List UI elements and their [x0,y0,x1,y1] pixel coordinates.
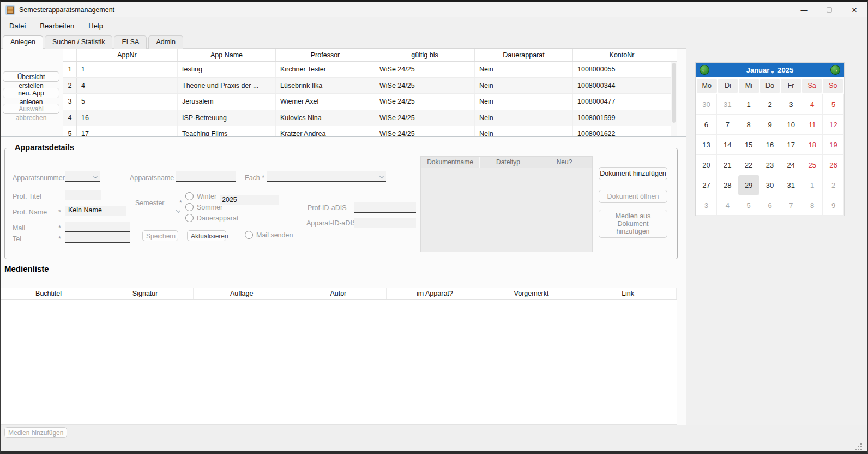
calendar-day[interactable]: 31 [780,175,801,195]
column-header-im-apparat[interactable]: im Apparat? [387,288,483,299]
minimize-button[interactable]: — [792,2,817,17]
calendar-day[interactable]: 5 [823,94,844,115]
calendar-day[interactable]: 15 [738,135,760,155]
sommer-checkbox[interactable] [185,203,194,211]
column-header-auflage[interactable]: Auflage [194,288,290,299]
calendar-day[interactable]: 30 [760,175,781,195]
neue-app-anlegen-button[interactable]: neu. App anlegen [3,88,59,98]
calendar-day[interactable]: 11 [801,115,823,135]
tab-anlegen[interactable]: Anlegen [3,35,43,49]
menu-bearbeiten[interactable]: Bearbeiten [40,22,74,30]
prof-name-combobox[interactable]: Kein Name [65,206,126,216]
table-row[interactable]: 517Teaching FilmsKratzer AndreaWiSe 24/2… [63,126,677,136]
resize-grip[interactable] [855,443,864,452]
calendar-day[interactable]: 4 [801,94,823,115]
menu-datei[interactable]: Datei [9,22,26,30]
menu-help[interactable]: Help [88,22,103,30]
column-header-dauerapparat[interactable]: Dauerapparat [475,49,573,61]
calendar-month[interactable]: Januar [746,66,770,74]
calendar-day[interactable]: 24 [780,155,801,175]
calendar-day[interactable]: 25 [801,155,823,175]
calendar-day[interactable]: 4 [717,195,738,216]
calendar-day[interactable]: 1 [738,94,760,115]
calendar-day[interactable]: 27 [696,175,717,195]
calendar-day[interactable]: 18 [801,135,823,155]
calendar-day[interactable]: 17 [780,135,801,155]
calendar-day[interactable]: 6 [760,195,781,216]
speichern-button[interactable]: Speichern [142,230,178,241]
close-button[interactable]: ✕ [842,2,867,17]
calendar-day[interactable]: 8 [801,195,823,216]
calendar-day[interactable]: 7 [780,195,801,216]
calendar-day[interactable]: 1 [801,175,823,195]
table-row[interactable]: 35JerusalemWiemer AxelWiSe 24/25Nein1008… [63,94,677,110]
column-header-signatur[interactable]: Signatur [97,288,194,299]
column-header-buchtitel[interactable]: Buchtitel [1,288,97,299]
table-scrollbar[interactable] [671,62,677,136]
calendar-day[interactable]: 16 [760,135,781,155]
calendar-day[interactable]: 29 [738,175,760,195]
column-header-kontonr[interactable]: KontoNr [573,49,671,61]
calendar-day[interactable]: 21 [717,155,738,175]
prof-id-adis-input[interactable] [354,202,416,213]
calendar-day[interactable]: 8 [738,115,760,135]
calendar-day[interactable]: 2 [823,175,844,195]
calendar-day[interactable]: 23 [760,155,781,175]
table-row[interactable]: 24Theorie und Praxis der ...Lüsebrink Il… [63,78,677,94]
table-row[interactable]: 416ISP-BetreuungKulovics NinaWiSe 24/25N… [63,110,677,127]
prof-titel-input[interactable] [65,190,101,200]
column-header-gueltig-bis[interactable]: gültig bis [375,49,475,61]
calendar-day[interactable]: 9 [823,195,844,216]
column-header-vorgemerkt[interactable]: Vorgemerkt [483,288,580,299]
column-header-neu[interactable]: Neu? [537,157,592,168]
calendar-day[interactable]: 10 [780,115,801,135]
calendar-day[interactable]: 28 [717,175,738,195]
calendar-year[interactable]: 2025 [777,66,793,74]
apparatsnummer-combobox[interactable] [65,171,100,182]
calendar-day[interactable]: 31 [717,94,738,115]
fach-combobox[interactable] [267,171,386,182]
dokument-hinzufuegen-button[interactable]: Dokument hinzufügen [599,167,667,180]
calendar-next-button[interactable]: → [830,65,840,75]
dauerapparat-checkbox[interactable] [185,214,194,222]
tab-suchen-statistik[interactable]: Suchen / Statistik [45,35,113,49]
calendar-day[interactable]: 3 [780,94,801,115]
mail-input[interactable] [65,222,130,232]
calendar-day[interactable]: 26 [823,155,844,175]
calendar-day[interactable]: 13 [696,135,717,155]
winter-checkbox[interactable] [185,192,194,200]
medien-aus-dokument-button[interactable]: Medien aus Dokument hinzufügen [599,210,667,238]
column-header-appname[interactable]: App Name [178,49,276,61]
tab-admin[interactable]: Admin [148,35,183,49]
calendar-day[interactable]: 30 [696,94,717,115]
column-header-appnr[interactable]: AppNr [77,49,178,61]
table-row[interactable]: 11testingKirchner TesterWiSe 24/25Nein10… [63,62,677,78]
calendar-day[interactable]: 14 [717,135,738,155]
maximize-button[interactable] [817,2,842,17]
aktualisieren-button[interactable]: Aktualisieren [187,230,226,241]
medien-hinzufuegen-button[interactable]: Medien hinzufügen [4,427,67,438]
column-header-autor[interactable]: Autor [290,288,387,299]
splitter-handle[interactable] [1,136,686,137]
column-header-dateityp[interactable]: Dateityp [480,157,537,168]
semester-year-input[interactable] [220,195,279,205]
uebersicht-erstellen-button[interactable]: Übersicht erstellen [3,71,59,82]
column-header-dokumentname[interactable]: Dokumentname [421,157,480,168]
calendar-day[interactable]: 5 [738,195,760,216]
calendar-day[interactable]: 3 [696,195,717,216]
scrollbar-thumb[interactable] [672,63,676,123]
calendar-day[interactable]: 6 [696,115,717,135]
dokument-oeffnen-button[interactable]: Dokument öffnen [599,190,667,203]
calendar-day[interactable]: 12 [823,115,844,135]
column-header-link[interactable]: Link [580,288,677,299]
tel-input[interactable] [65,232,130,243]
mail-senden-checkbox[interactable] [245,231,253,239]
calendar-prev-button[interactable]: ← [700,65,709,75]
auswahl-abbrechen-button[interactable]: Auswahl abbrechen [3,104,59,114]
apparat-id-adis-input[interactable] [354,218,416,228]
column-header-professor[interactable]: Professor [276,49,375,61]
calendar-day[interactable]: 2 [760,94,781,115]
calendar-day[interactable]: 19 [823,135,844,155]
calendar-day[interactable]: 20 [696,155,717,175]
calendar-day[interactable]: 7 [717,115,738,135]
